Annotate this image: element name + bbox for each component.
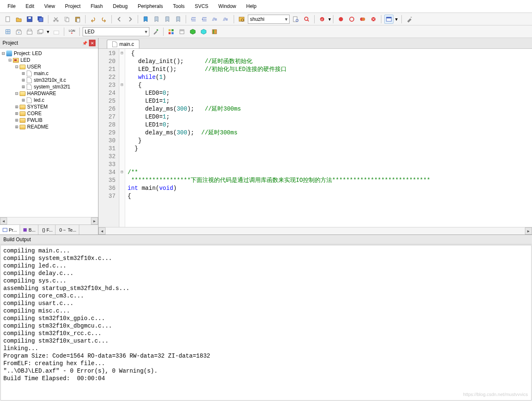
editor-body[interactable]: 19202122232425262728293031323334353637 ⊟…: [98, 49, 532, 227]
forward-icon[interactable]: [126, 15, 135, 24]
tree-group-user[interactable]: ⊟USER: [1, 63, 97, 70]
manage-rte-icon[interactable]: [166, 27, 176, 36]
menu-peripherals[interactable]: Peripherals: [134, 2, 167, 11]
menu-project[interactable]: Project: [61, 2, 85, 11]
dropdown-arrow[interactable]: ▾: [328, 16, 330, 22]
indent-icon[interactable]: [189, 15, 198, 24]
find-icon[interactable]: [237, 15, 246, 24]
tree-file[interactable]: ⊞system_stm32f1: [1, 83, 97, 90]
tree-toggle[interactable]: ⊞: [14, 111, 19, 116]
tree-toggle[interactable]: ⊟: [8, 57, 13, 63]
undo-icon[interactable]: [88, 15, 98, 24]
tree-toggle[interactable]: ⊟: [14, 64, 19, 70]
redo-icon[interactable]: [99, 15, 108, 24]
save-all-icon[interactable]: [36, 15, 45, 24]
batch-build-icon[interactable]: [36, 27, 45, 36]
menu-tools[interactable]: Tools: [169, 2, 189, 11]
editor-hscrollbar[interactable]: ◄ ►: [98, 227, 532, 235]
project-bottom-tab-1[interactable]: B...: [20, 225, 39, 235]
pin-icon[interactable]: 📌: [81, 40, 88, 46]
bookmark-clear-icon[interactable]: [174, 15, 183, 24]
save-icon[interactable]: [25, 15, 34, 24]
pack-icon[interactable]: [199, 27, 208, 36]
tree-group-system[interactable]: ⊞SYSTEM: [1, 103, 97, 110]
tree-file[interactable]: ⊞stm32f10x_it.c: [1, 77, 97, 83]
tree-toggle[interactable]: ⊞: [21, 97, 26, 103]
menu-flash[interactable]: Flash: [86, 2, 107, 11]
pack-installer-icon[interactable]: [188, 27, 197, 36]
target-combo[interactable]: LED▾: [83, 27, 149, 36]
tree-file[interactable]: ⊞led.c: [1, 97, 97, 103]
paste-icon[interactable]: [73, 15, 82, 24]
menu-file[interactable]: File: [3, 2, 20, 11]
scroll-right-icon[interactable]: ►: [525, 227, 532, 235]
menu-help[interactable]: Help: [242, 2, 261, 11]
tree-toggle[interactable]: ⊞: [21, 84, 26, 90]
tree-toggle[interactable]: ⊞: [14, 124, 19, 130]
fold-toggle[interactable]: ⊟: [119, 81, 125, 88]
tree-toggle[interactable]: ⊞: [14, 104, 19, 110]
scroll-track[interactable]: [106, 227, 525, 235]
breakpoint-kill-icon[interactable]: [358, 15, 367, 24]
tree-toggle[interactable]: ⊞: [14, 117, 19, 123]
bookmark-prev-icon[interactable]: [152, 15, 161, 24]
tree-toggle[interactable]: ⊟: [14, 91, 19, 96]
stop-build-icon[interactable]: [52, 27, 61, 36]
scroll-left-icon[interactable]: ◄: [0, 217, 7, 224]
bookmark-next-icon[interactable]: [163, 15, 172, 24]
tree-root[interactable]: ⊟Project: LED: [1, 50, 97, 57]
breakpoint-access-icon[interactable]: [369, 15, 378, 24]
download-icon[interactable]: LOAD: [67, 27, 76, 36]
debug-icon[interactable]: d: [318, 15, 327, 24]
build-icon[interactable]: [14, 27, 23, 36]
hscrollbar[interactable]: ◄ ►: [0, 217, 98, 224]
window-icon[interactable]: [384, 15, 393, 24]
scroll-right-icon[interactable]: ►: [91, 217, 98, 224]
tree-group-hardware[interactable]: ⊟HARDWARE: [1, 90, 97, 97]
configure-icon[interactable]: [405, 15, 414, 24]
open-file-icon[interactable]: [14, 15, 23, 24]
select-software-packs-icon[interactable]: [177, 27, 187, 36]
project-tree[interactable]: ⊟Project: LED⊟LED⊟USER⊞main.c⊞stm32f10x_…: [0, 48, 98, 217]
tree-toggle[interactable]: ⊞: [21, 77, 26, 83]
scroll-track[interactable]: [7, 217, 91, 224]
menu-edit[interactable]: Edit: [21, 2, 38, 11]
tree-target[interactable]: ⊟LED: [1, 57, 97, 63]
tree-toggle[interactable]: ⊞: [21, 71, 26, 76]
tree-group-fwlib[interactable]: ⊞FWLIB: [1, 117, 97, 124]
books-icon[interactable]: [210, 27, 219, 36]
fold-column[interactable]: ⊟⊟⊟: [119, 49, 125, 227]
project-bottom-tab-0[interactable]: Pr...: [0, 225, 20, 235]
tree-group-core[interactable]: ⊞CORE: [1, 110, 97, 117]
code-content[interactable]: { delay_init(); //延时函数初始化 LED_Init(); //…: [125, 49, 433, 227]
fold-toggle[interactable]: ⊟: [119, 49, 125, 57]
build-output-body[interactable]: compiling main.c...compiling system_stm3…: [0, 245, 532, 401]
fold-toggle[interactable]: ⊟: [119, 168, 125, 176]
translate-icon[interactable]: [3, 27, 13, 36]
copy-icon[interactable]: [62, 15, 71, 24]
editor-tab-main[interactable]: main.c: [107, 40, 139, 48]
scroll-left-icon[interactable]: ◄: [98, 227, 106, 235]
project-bottom-tab-3[interactable]: 0→ Te...: [55, 225, 79, 235]
menu-window[interactable]: Window: [214, 2, 240, 11]
menu-view[interactable]: View: [40, 2, 59, 11]
cut-icon[interactable]: [51, 15, 61, 24]
close-icon[interactable]: ✕: [89, 40, 96, 46]
project-bottom-tab-2[interactable]: {} F...: [38, 225, 55, 235]
bookmark-icon[interactable]: [141, 15, 150, 24]
uncomment-icon[interactable]: //≡: [222, 15, 231, 24]
dropdown-arrow[interactable]: ▾: [395, 16, 398, 22]
find-in-files-icon[interactable]: [291, 15, 300, 24]
find-combo[interactable]: shuzhi▾: [248, 15, 290, 24]
target-options-icon[interactable]: [151, 27, 160, 36]
tree-file[interactable]: ⊞main.c: [1, 70, 97, 77]
menu-debug[interactable]: Debug: [109, 2, 132, 11]
incremental-find-icon[interactable]: [302, 15, 311, 24]
breakpoint-disable-icon[interactable]: [347, 15, 356, 24]
tree-group-readme[interactable]: ⊞README: [1, 124, 97, 130]
new-file-icon[interactable]: [3, 15, 13, 24]
back-icon[interactable]: [115, 15, 124, 24]
unindent-icon[interactable]: [200, 15, 209, 24]
tree-toggle[interactable]: ⊟: [1, 50, 6, 56]
rebuild-icon[interactable]: [25, 27, 34, 36]
